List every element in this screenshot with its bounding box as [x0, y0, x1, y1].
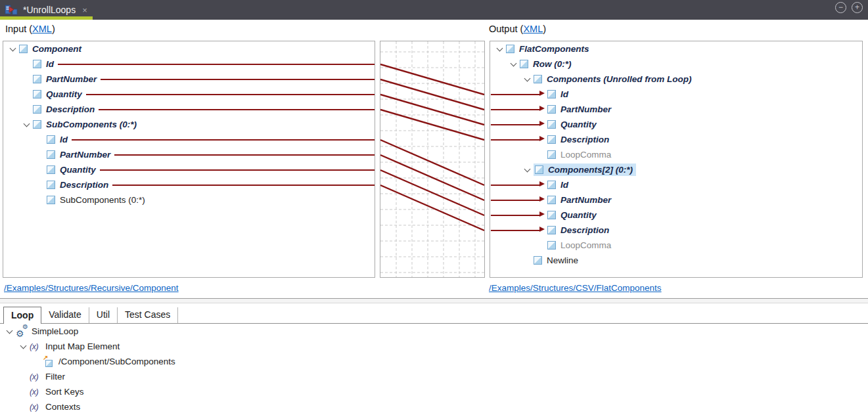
output-structure-path-link[interactable]: /Examples/Structures/CSV/FlatComponents — [489, 283, 662, 293]
input-tree-node-id[interactable]: Id — [3, 132, 375, 147]
mapping-canvas[interactable] — [380, 41, 484, 277]
expander-slot — [523, 165, 534, 175]
mapping-arrowhead-icon — [539, 211, 545, 217]
tab-close-icon[interactable]: × — [82, 5, 87, 15]
loop-tree-node-sort-keys[interactable]: (x)Sort Keys — [0, 384, 868, 399]
output-tree-node-id[interactable]: Id — [490, 87, 862, 102]
tab-util[interactable]: Util — [89, 307, 118, 323]
input-pane-header: Input (XML) — [5, 24, 55, 34]
input-xml-link[interactable]: XML — [32, 24, 52, 34]
expander-slot — [523, 74, 534, 85]
input-tree-node-subcomponents-0[interactable]: SubComponents (0:*) — [3, 192, 375, 207]
input-header-close-paren: ) — [52, 24, 55, 34]
expander-slot — [36, 150, 47, 160]
element-icon — [47, 150, 55, 159]
zoom-out-button[interactable]: − — [835, 2, 846, 13]
element-icon — [547, 241, 556, 250]
horizontal-splitter[interactable] — [0, 298, 868, 303]
expander-slot — [36, 165, 47, 175]
output-pane-header: Output (XML) — [489, 24, 546, 34]
output-tree-node-description[interactable]: Description — [490, 132, 862, 147]
chevron-down-icon[interactable] — [511, 60, 517, 66]
tree-node-label: SubComponents (0:*) — [46, 120, 137, 129]
output-tree-node-quantity[interactable]: Quantity — [490, 207, 862, 223]
output-tree-node-partnumber[interactable]: PartNumber — [490, 102, 862, 117]
input-tree-node-description[interactable]: Description — [3, 177, 375, 192]
mapping-line-stub — [100, 169, 375, 171]
output-tree-node-quantity[interactable]: Quantity — [490, 117, 862, 132]
tree-node-label: Id — [60, 135, 68, 144]
chevron-down-icon[interactable] — [20, 342, 27, 349]
output-tree-node-description[interactable]: Description — [490, 223, 862, 238]
output-tree-node-components-unrolled-from-loop[interactable]: Components (Unrolled from Loop) — [490, 72, 862, 87]
tree-node-label: LoopComma — [560, 240, 611, 250]
element-icon — [47, 181, 55, 189]
chevron-down-icon[interactable] — [7, 327, 13, 334]
loop-tree-node-contexts[interactable]: (x)Contexts — [0, 399, 868, 414]
element-icon — [547, 150, 556, 159]
loop-tree-node-component-subcomponents[interactable]: ↗/Component/SubComponents — [0, 354, 868, 369]
tree-node-label: Filter — [45, 372, 65, 382]
input-tree-node-quantity[interactable]: Quantity — [3, 162, 375, 177]
fx-icon: (x) — [30, 387, 43, 397]
input-tree-node-quantity[interactable]: Quantity — [3, 87, 375, 102]
chevron-down-icon[interactable] — [497, 45, 503, 51]
loop-tree-node-filter[interactable]: (x)Filter — [0, 369, 868, 384]
input-tree-node-description[interactable]: Description — [3, 102, 375, 117]
expander-slot — [5, 326, 16, 337]
tab-loop[interactable]: Loop — [3, 307, 41, 324]
tree-node-label: Id — [46, 59, 54, 69]
input-structure-path-link[interactable]: /Examples/Structures/Recursive/Component — [4, 283, 179, 293]
element-icon — [547, 181, 556, 189]
output-tree-node-partnumber[interactable]: PartNumber — [490, 192, 862, 207]
output-header-text: Output ( — [489, 24, 523, 34]
mapping-arrowhead-icon — [539, 136, 545, 141]
loop-tree-node-simpleloop[interactable]: ⚙⚙SimpleLoop — [0, 324, 868, 339]
tree-node-label: PartNumber — [560, 104, 611, 114]
input-tree-node-subcomponents-0[interactable]: SubComponents (0:*) — [3, 117, 375, 132]
output-tree-node-loopcomma[interactable]: LoopComma — [490, 238, 862, 253]
mapping-line-stub — [58, 64, 375, 65]
mapping-arrowhead-icon — [539, 181, 545, 186]
mapping-arrow-line — [491, 185, 540, 186]
expander-slot — [9, 44, 19, 55]
element-icon — [506, 45, 514, 53]
element-icon — [33, 120, 41, 129]
loop-tree-node-input-map-element[interactable]: (x)Input Map Element — [0, 339, 868, 354]
output-tree-node-newline[interactable]: Newline — [490, 253, 862, 268]
mapping-line-stub — [112, 185, 375, 186]
expander-slot — [19, 387, 30, 397]
output-tree-node-components-2-0[interactable]: Components[2] (0:*) — [490, 162, 862, 177]
tree-node-label: /Component/SubComponents — [58, 357, 175, 366]
chevron-down-icon[interactable] — [24, 120, 30, 127]
tree-node-label: SimpleLoop — [32, 326, 78, 336]
output-tree-node-flatcomponents[interactable]: FlatComponents — [490, 41, 862, 56]
input-tree-node-partnumber[interactable]: PartNumber — [3, 72, 375, 87]
tab-test-cases[interactable]: Test Cases — [118, 307, 178, 323]
zoom-in-button[interactable]: + — [852, 2, 863, 13]
mapping-line-stub — [86, 94, 375, 95]
input-tree-node-component[interactable]: Component — [3, 41, 375, 56]
tab-title: *UnrollLoops — [23, 5, 76, 15]
chevron-down-icon[interactable] — [524, 75, 531, 81]
tab-validate[interactable]: Validate — [41, 307, 89, 323]
chevron-down-icon[interactable] — [10, 45, 16, 51]
new-arrow-icon: ↗ — [43, 354, 48, 361]
expander-slot — [36, 180, 47, 190]
mapping-arrow-line — [491, 94, 540, 95]
expander-slot — [523, 255, 534, 266]
output-tree-node-row-0[interactable]: Row (0:*) — [490, 56, 862, 72]
expander-slot — [22, 104, 33, 115]
element-icon — [547, 90, 556, 98]
expander-slot — [36, 135, 47, 145]
selected-node-highlight: Components[2] (0:*) — [534, 164, 636, 176]
output-tree-node-id[interactable]: Id — [490, 177, 862, 192]
chevron-down-icon[interactable] — [524, 165, 531, 172]
element-icon — [33, 105, 41, 114]
tree-node-label: Quantity — [46, 89, 82, 99]
input-tree-node-id[interactable]: Id — [3, 56, 375, 72]
output-xml-link[interactable]: XML — [523, 24, 543, 34]
output-tree-node-loopcomma[interactable]: LoopComma — [490, 147, 862, 162]
input-tree-node-partnumber[interactable]: PartNumber — [3, 147, 375, 162]
element-icon — [19, 45, 28, 53]
